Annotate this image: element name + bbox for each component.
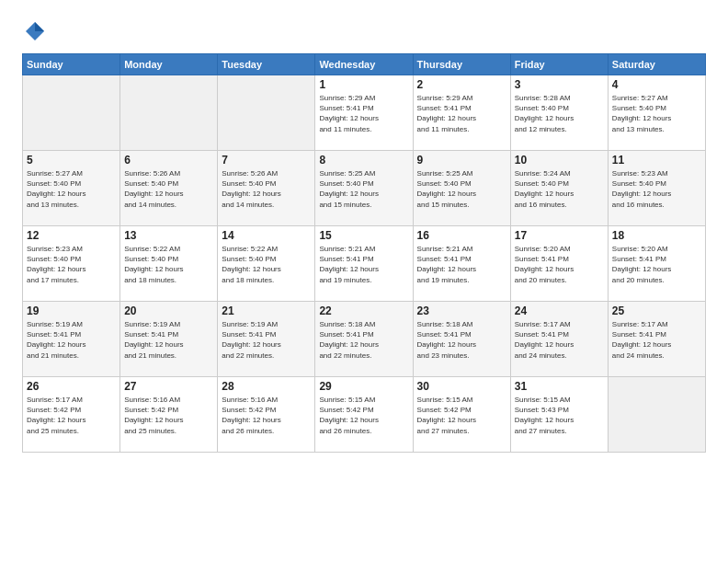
day-info: Sunrise: 5:16 AM Sunset: 5:42 PM Dayligh…: [222, 395, 311, 436]
day-number: 17: [515, 229, 604, 242]
day-cell: 7Sunrise: 5:26 AM Sunset: 5:40 PM Daylig…: [218, 151, 315, 226]
day-info: Sunrise: 5:26 AM Sunset: 5:40 PM Dayligh…: [222, 168, 311, 210]
day-number: 22: [319, 304, 408, 317]
day-cell: 22Sunrise: 5:18 AM Sunset: 5:41 PM Dayli…: [315, 302, 413, 377]
day-info: Sunrise: 5:18 AM Sunset: 5:41 PM Dayligh…: [417, 319, 506, 361]
day-number: 29: [319, 380, 408, 393]
day-number: 16: [417, 229, 506, 242]
day-cell: [608, 377, 705, 453]
day-cell: 27Sunrise: 5:16 AM Sunset: 5:42 PM Dayli…: [120, 377, 218, 453]
day-cell: 8Sunrise: 5:25 AM Sunset: 5:40 PM Daylig…: [315, 151, 413, 226]
day-number: 26: [27, 380, 116, 393]
day-cell: 18Sunrise: 5:20 AM Sunset: 5:41 PM Dayli…: [608, 226, 705, 302]
weekday-thursday: Thursday: [413, 54, 510, 75]
day-cell: 5Sunrise: 5:27 AM Sunset: 5:40 PM Daylig…: [23, 151, 120, 226]
day-info: Sunrise: 5:18 AM Sunset: 5:41 PM Dayligh…: [319, 319, 408, 361]
week-row-2: 5Sunrise: 5:27 AM Sunset: 5:40 PM Daylig…: [23, 151, 706, 226]
day-number: 21: [222, 304, 311, 317]
day-number: 24: [515, 304, 604, 317]
day-info: Sunrise: 5:15 AM Sunset: 5:43 PM Dayligh…: [515, 395, 604, 436]
day-cell: 20Sunrise: 5:19 AM Sunset: 5:41 PM Dayli…: [120, 302, 218, 377]
day-cell: [23, 75, 120, 151]
day-info: Sunrise: 5:15 AM Sunset: 5:42 PM Dayligh…: [417, 395, 506, 436]
day-cell: 23Sunrise: 5:18 AM Sunset: 5:41 PM Dayli…: [413, 302, 510, 377]
weekday-row: SundayMondayTuesdayWednesdayThursdayFrid…: [23, 54, 706, 75]
day-cell: 16Sunrise: 5:21 AM Sunset: 5:41 PM Dayli…: [413, 226, 510, 302]
day-info: Sunrise: 5:17 AM Sunset: 5:42 PM Dayligh…: [27, 395, 116, 436]
day-info: Sunrise: 5:19 AM Sunset: 5:41 PM Dayligh…: [124, 319, 213, 361]
weekday-sunday: Sunday: [23, 54, 120, 75]
day-cell: 11Sunrise: 5:23 AM Sunset: 5:40 PM Dayli…: [608, 151, 705, 226]
day-info: Sunrise: 5:17 AM Sunset: 5:41 PM Dayligh…: [612, 319, 701, 361]
day-cell: 28Sunrise: 5:16 AM Sunset: 5:42 PM Dayli…: [218, 377, 315, 453]
calendar-body: 1Sunrise: 5:29 AM Sunset: 5:41 PM Daylig…: [23, 75, 706, 453]
day-cell: 13Sunrise: 5:22 AM Sunset: 5:40 PM Dayli…: [120, 226, 218, 302]
day-number: 20: [124, 304, 213, 317]
day-info: Sunrise: 5:25 AM Sunset: 5:40 PM Dayligh…: [417, 168, 506, 210]
day-info: Sunrise: 5:15 AM Sunset: 5:42 PM Dayligh…: [319, 395, 408, 436]
week-row-5: 26Sunrise: 5:17 AM Sunset: 5:42 PM Dayli…: [23, 377, 706, 453]
day-cell: 2Sunrise: 5:29 AM Sunset: 5:41 PM Daylig…: [413, 75, 510, 151]
logo-icon: [22, 18, 48, 44]
day-cell: 15Sunrise: 5:21 AM Sunset: 5:41 PM Dayli…: [315, 226, 413, 302]
header: [22, 18, 706, 44]
day-number: 15: [319, 229, 408, 242]
day-cell: 4Sunrise: 5:27 AM Sunset: 5:40 PM Daylig…: [608, 75, 705, 151]
day-number: 14: [222, 229, 311, 242]
day-cell: 25Sunrise: 5:17 AM Sunset: 5:41 PM Dayli…: [608, 302, 705, 377]
day-info: Sunrise: 5:21 AM Sunset: 5:41 PM Dayligh…: [417, 244, 506, 285]
day-number: 5: [27, 154, 116, 167]
day-info: Sunrise: 5:22 AM Sunset: 5:40 PM Dayligh…: [222, 244, 311, 285]
day-cell: 6Sunrise: 5:26 AM Sunset: 5:40 PM Daylig…: [120, 151, 218, 226]
day-number: 23: [417, 304, 506, 317]
day-number: 18: [612, 229, 701, 242]
day-cell: [120, 75, 218, 151]
weekday-wednesday: Wednesday: [315, 54, 413, 75]
day-number: 2: [417, 78, 506, 91]
day-info: Sunrise: 5:20 AM Sunset: 5:41 PM Dayligh…: [612, 244, 701, 285]
weekday-friday: Friday: [510, 54, 608, 75]
day-number: 6: [124, 154, 213, 167]
day-info: Sunrise: 5:26 AM Sunset: 5:40 PM Dayligh…: [124, 168, 213, 210]
weekday-monday: Monday: [120, 54, 218, 75]
day-number: 13: [124, 229, 213, 242]
day-number: 10: [515, 154, 604, 167]
day-number: 25: [612, 304, 701, 317]
day-cell: 31Sunrise: 5:15 AM Sunset: 5:43 PM Dayli…: [510, 377, 608, 453]
weekday-saturday: Saturday: [608, 54, 705, 75]
week-row-1: 1Sunrise: 5:29 AM Sunset: 5:41 PM Daylig…: [23, 75, 706, 151]
day-info: Sunrise: 5:29 AM Sunset: 5:41 PM Dayligh…: [319, 93, 408, 134]
day-info: Sunrise: 5:27 AM Sunset: 5:40 PM Dayligh…: [27, 168, 116, 210]
day-info: Sunrise: 5:23 AM Sunset: 5:40 PM Dayligh…: [612, 168, 701, 210]
day-info: Sunrise: 5:22 AM Sunset: 5:40 PM Dayligh…: [124, 244, 213, 285]
day-cell: 10Sunrise: 5:24 AM Sunset: 5:40 PM Dayli…: [510, 151, 608, 226]
day-cell: 21Sunrise: 5:19 AM Sunset: 5:41 PM Dayli…: [218, 302, 315, 377]
day-info: Sunrise: 5:27 AM Sunset: 5:40 PM Dayligh…: [612, 93, 701, 134]
day-cell: 19Sunrise: 5:19 AM Sunset: 5:41 PM Dayli…: [23, 302, 120, 377]
day-cell: 14Sunrise: 5:22 AM Sunset: 5:40 PM Dayli…: [218, 226, 315, 302]
day-info: Sunrise: 5:23 AM Sunset: 5:40 PM Dayligh…: [27, 244, 116, 285]
day-number: 28: [222, 380, 311, 393]
day-info: Sunrise: 5:17 AM Sunset: 5:41 PM Dayligh…: [515, 319, 604, 361]
day-number: 30: [417, 380, 506, 393]
day-number: 9: [417, 154, 506, 167]
logo: [22, 18, 51, 44]
day-cell: 1Sunrise: 5:29 AM Sunset: 5:41 PM Daylig…: [315, 75, 413, 151]
day-info: Sunrise: 5:21 AM Sunset: 5:41 PM Dayligh…: [319, 244, 408, 285]
day-number: 27: [124, 380, 213, 393]
week-row-4: 19Sunrise: 5:19 AM Sunset: 5:41 PM Dayli…: [23, 302, 706, 377]
calendar: SundayMondayTuesdayWednesdayThursdayFrid…: [22, 53, 706, 453]
day-number: 1: [319, 78, 408, 91]
day-cell: 17Sunrise: 5:20 AM Sunset: 5:41 PM Dayli…: [510, 226, 608, 302]
week-row-3: 12Sunrise: 5:23 AM Sunset: 5:40 PM Dayli…: [23, 226, 706, 302]
day-info: Sunrise: 5:19 AM Sunset: 5:41 PM Dayligh…: [222, 319, 311, 361]
day-number: 31: [515, 380, 604, 393]
day-cell: [218, 75, 315, 151]
day-cell: 3Sunrise: 5:28 AM Sunset: 5:40 PM Daylig…: [510, 75, 608, 151]
day-info: Sunrise: 5:19 AM Sunset: 5:41 PM Dayligh…: [27, 319, 116, 361]
page: SundayMondayTuesdayWednesdayThursdayFrid…: [0, 0, 728, 563]
day-cell: 24Sunrise: 5:17 AM Sunset: 5:41 PM Dayli…: [510, 302, 608, 377]
svg-marker-1: [35, 22, 44, 31]
day-info: Sunrise: 5:29 AM Sunset: 5:41 PM Dayligh…: [417, 93, 506, 134]
day-cell: 9Sunrise: 5:25 AM Sunset: 5:40 PM Daylig…: [413, 151, 510, 226]
